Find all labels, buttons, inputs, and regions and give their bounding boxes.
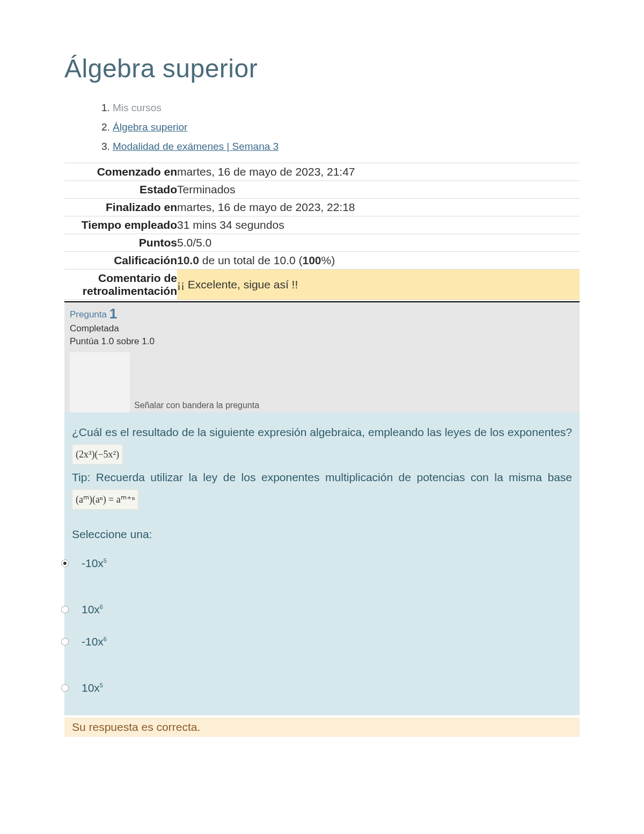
- option-row[interactable]: -10x6: [61, 627, 572, 656]
- radio-icon[interactable]: [61, 606, 69, 613]
- option-text: -10x5: [76, 549, 112, 578]
- grade-label: Calificación: [64, 252, 177, 270]
- breadcrumb: Mis cursos Álgebra superior Modalidad de…: [64, 98, 580, 156]
- tip-prefix: Tip:: [72, 471, 96, 483]
- feedback-label: Comentario de retroalimentación: [64, 270, 177, 300]
- summary-table: Comenzado en martes, 16 de mayo de 2023,…: [64, 163, 580, 300]
- grade-pct: 100: [303, 254, 321, 266]
- math-expression-1: (2x³)(−5x²): [72, 444, 123, 465]
- question-score: Puntúa 1.0 sobre 1.0: [70, 335, 574, 348]
- question-body: ¿Cuál es el resultado de la siguiente ex…: [64, 412, 580, 715]
- finished-label: Finalizado en: [64, 199, 177, 216]
- flag-row: Señalar con bandera la pregunta: [70, 352, 574, 412]
- radio-icon[interactable]: [61, 684, 69, 692]
- tip-body: Recuerda utilizar la ley de los exponent…: [96, 471, 572, 483]
- breadcrumb-item: Mis cursos: [113, 98, 580, 118]
- question-header: Pregunta 1 Completada Puntúa 1.0 sobre 1…: [64, 301, 580, 412]
- option-text: 10x6: [76, 595, 108, 624]
- breadcrumb-item: Modalidad de exámenes | Semana 3: [113, 137, 580, 156]
- grade-number: 10.0: [177, 254, 199, 266]
- option-row[interactable]: 10x5: [61, 673, 572, 702]
- points-label: Puntos: [64, 234, 177, 252]
- option-text: 10x5: [76, 673, 108, 702]
- question-label: Pregunta 1: [70, 306, 574, 322]
- correct-banner: Su respuesta es correcta.: [64, 717, 580, 737]
- breadcrumb-item: Álgebra superior: [113, 118, 580, 137]
- time-value: 31 mins 34 segundos: [177, 216, 580, 234]
- state-value: Terminados: [177, 181, 580, 199]
- question-status: Completada: [70, 322, 574, 335]
- question-label-prefix: Pregunta: [70, 309, 109, 320]
- radio-icon[interactable]: [61, 560, 69, 567]
- grade-value: 10.0 de un total de 10.0 (100%): [177, 252, 580, 270]
- breadcrumb-link[interactable]: Álgebra superior: [113, 121, 187, 133]
- feedback-value: ¡¡ Excelente, sigue así !!: [177, 270, 580, 300]
- flag-text[interactable]: Señalar con bandera la pregunta: [134, 401, 259, 412]
- math-expression-2: (aᵐ)(aⁿ) = aᵐ⁺ⁿ: [72, 489, 138, 510]
- started-label: Comenzado en: [64, 163, 177, 181]
- question-text: ¿Cuál es el resultado de la siguiente ex…: [72, 426, 572, 438]
- page-title: Álgebra superior: [64, 54, 580, 83]
- breadcrumb-link[interactable]: Modalidad de exámenes | Semana 3: [113, 141, 279, 152]
- select-label: Seleccione una:: [72, 523, 572, 546]
- option-row[interactable]: -10x5: [61, 549, 572, 578]
- radio-icon[interactable]: [61, 638, 69, 646]
- points-value: 5.0/5.0: [177, 234, 580, 252]
- breadcrumb-label: Mis cursos: [113, 102, 162, 113]
- flag-icon[interactable]: [70, 352, 130, 412]
- option-row[interactable]: 10x6: [61, 595, 572, 624]
- grade-close: %): [321, 254, 335, 266]
- grade-rest: de un total de 10.0 (: [199, 254, 303, 266]
- options-list: -10x5 10x6 -10x6 10x5: [61, 549, 572, 702]
- finished-value: martes, 16 de mayo de 2023, 22:18: [177, 199, 580, 216]
- question-number: 1: [109, 306, 117, 322]
- option-text: -10x6: [76, 627, 112, 656]
- time-label: Tiempo empleado: [64, 216, 177, 234]
- state-label: Estado: [64, 181, 177, 199]
- started-value: martes, 16 de mayo de 2023, 21:47: [177, 163, 580, 181]
